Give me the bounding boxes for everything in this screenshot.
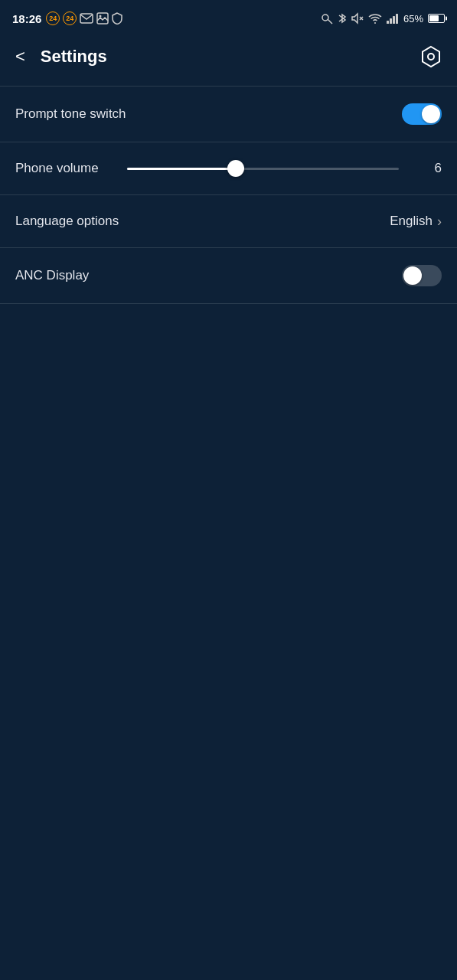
- svg-point-13: [428, 54, 434, 60]
- anc-display-thumb: [403, 266, 422, 285]
- slider-thumb[interactable]: [227, 160, 244, 177]
- language-options-label: Language options: [15, 214, 119, 229]
- svg-rect-0: [80, 14, 93, 23]
- svg-rect-10: [393, 16, 395, 24]
- header: < Settings: [0, 34, 457, 86]
- prompt-tone-thumb: [422, 105, 440, 123]
- status-time: 18:26: [12, 12, 41, 25]
- svg-marker-12: [423, 47, 439, 67]
- svg-rect-11: [396, 14, 398, 24]
- prompt-tone-label: Prompt tone switch: [15, 106, 126, 122]
- slider-track[interactable]: [127, 168, 399, 170]
- svg-point-3: [322, 15, 328, 21]
- shield-icon: [112, 12, 122, 24]
- anc-display-toggle[interactable]: [402, 265, 442, 286]
- back-button[interactable]: <: [12, 44, 28, 70]
- key-icon: [321, 12, 333, 24]
- svg-rect-9: [390, 18, 392, 24]
- anc-display-label: ANC Display: [15, 268, 89, 283]
- notification-icon-1: 24: [46, 11, 60, 25]
- slider-fill: [127, 168, 236, 170]
- settings-hex-icon-container[interactable]: [417, 43, 445, 70]
- page-title: Settings: [41, 47, 405, 67]
- mail-icon: [80, 13, 93, 24]
- svg-rect-8: [387, 21, 389, 24]
- status-bar: 18:26 24 24: [0, 0, 457, 34]
- notification-icon-2: 24: [63, 11, 77, 25]
- signal-icon: [387, 13, 399, 24]
- svg-line-4: [328, 20, 332, 24]
- volume-value: 6: [423, 161, 442, 176]
- language-right: English ›: [390, 213, 442, 230]
- battery-indicator: [428, 14, 445, 23]
- status-right-area: 65%: [321, 12, 445, 24]
- svg-point-7: [374, 22, 376, 24]
- hex-settings-icon: [419, 45, 442, 68]
- prompt-tone-toggle[interactable]: [402, 103, 442, 125]
- mute-icon: [351, 12, 364, 24]
- battery-percent: 65%: [403, 13, 423, 24]
- volume-slider-container[interactable]: [127, 168, 399, 170]
- prompt-tone-row: Prompt tone switch: [0, 87, 457, 142]
- gallery-icon: [96, 12, 109, 24]
- language-value: English: [390, 214, 433, 229]
- divider-4: [0, 303, 457, 304]
- bluetooth-icon: [338, 12, 347, 24]
- chevron-right-icon: ›: [437, 214, 442, 230]
- anc-display-row: ANC Display: [0, 248, 457, 303]
- status-time-area: 18:26 24 24: [12, 11, 122, 25]
- phone-volume-label: Phone volume: [15, 161, 115, 176]
- language-options-row[interactable]: Language options English ›: [0, 195, 457, 247]
- phone-volume-row: Phone volume 6: [0, 142, 457, 194]
- status-notification-icons: 24 24: [46, 11, 122, 25]
- wifi-icon: [368, 13, 382, 24]
